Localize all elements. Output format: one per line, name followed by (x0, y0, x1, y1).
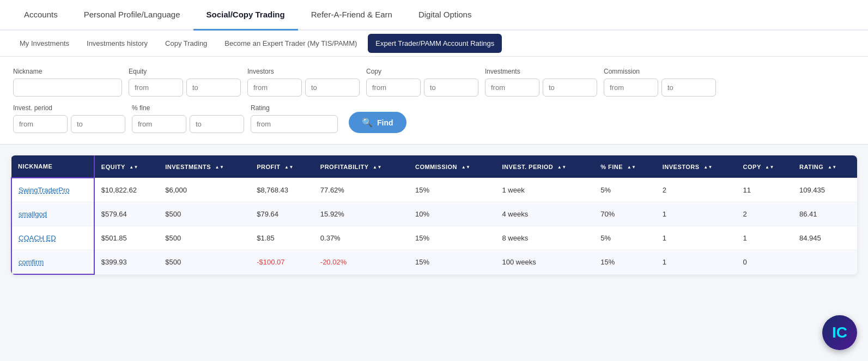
cell-investors: 1 (656, 250, 737, 275)
cell-percent-fine: 70% (594, 202, 656, 226)
cell-percent-fine: 5% (594, 226, 656, 250)
filter-section: Nickname Equity Investors Copy (0, 57, 868, 145)
col-percent-fine[interactable]: % FINE ▲▼ (594, 155, 656, 178)
cell-copy: 2 (737, 202, 793, 226)
cell-invest-period: 1 week (495, 178, 594, 202)
filter-investments-group: Investments (485, 68, 597, 97)
cell-commission: 15% (409, 178, 496, 202)
sort-investors-icon: ▲▼ (703, 165, 713, 170)
cell-investments: $500 (159, 202, 250, 226)
cell-invest-period: 100 weeks (495, 250, 594, 275)
subnav-investments-history[interactable]: Investments history (78, 32, 156, 55)
cell-profit: $8,768.43 (250, 178, 314, 202)
cell-rating (793, 250, 857, 275)
cell-profit: $1.85 (250, 226, 314, 250)
cell-investments: $500 (159, 250, 250, 275)
cell-percent-fine: 15% (594, 250, 656, 275)
subnav-become-expert[interactable]: Become an Expert Trader (My TIS/PAMM) (216, 32, 366, 55)
top-nav: Accounts Personal Profile/Language Socia… (0, 0, 868, 31)
search-icon: 🔍 (362, 117, 373, 128)
top-nav-social[interactable]: Social/Copy Trading (193, 0, 298, 31)
equity-to-input[interactable] (186, 79, 241, 97)
table-row: SwingTraderPro $10,822.62 $6,000 $8,768.… (11, 178, 857, 202)
col-copy[interactable]: COPY ▲▼ (737, 155, 793, 178)
cell-copy: 1 (737, 226, 793, 250)
sort-equity-icon: ▲▼ (129, 165, 138, 170)
equity-from-input[interactable] (129, 79, 183, 97)
cell-equity: $501.85 (94, 226, 159, 250)
col-investors[interactable]: INVESTORS ▲▼ (656, 155, 737, 178)
find-button-label: Find (377, 118, 393, 127)
cell-percent-fine: 5% (594, 178, 656, 202)
sort-commission-icon: ▲▼ (462, 165, 471, 170)
cell-rating: 84.945 (793, 226, 857, 250)
filter-percent-fine-label: % fine (132, 104, 244, 112)
copy-to-input[interactable] (424, 79, 478, 97)
find-button[interactable]: 🔍 Find (349, 112, 406, 133)
subnav-ratings[interactable]: Expert Trader/PAMM Account Ratings (368, 34, 502, 53)
sort-copy-icon: ▲▼ (765, 165, 774, 170)
sort-invest-period-icon: ▲▼ (557, 165, 567, 170)
nickname-input[interactable] (13, 79, 122, 97)
cell-equity: $579.64 (94, 202, 159, 226)
filter-invest-period-group: Invest. period (13, 104, 125, 133)
cell-investments: $500 (159, 226, 250, 250)
col-investments[interactable]: INVESTMENTS ▲▼ (159, 155, 250, 178)
col-invest-period[interactable]: INVEST. PERIOD ▲▼ (495, 155, 594, 178)
cell-invest-period: 4 weeks (495, 202, 594, 226)
sub-nav: My Investments Investments history Copy … (0, 31, 868, 57)
cell-copy: 11 (737, 178, 793, 202)
cell-commission: 10% (409, 202, 496, 226)
filter-nickname-group: Nickname (13, 68, 122, 97)
top-nav-refer[interactable]: Refer-A-Friend & Earn (298, 0, 405, 31)
investments-from-input[interactable] (485, 79, 539, 97)
col-profit[interactable]: PROFIT ▲▼ (250, 155, 314, 178)
percent-fine-to-input[interactable] (190, 115, 244, 133)
cell-investors: 2 (656, 178, 737, 202)
cell-rating: 86.41 (793, 202, 857, 226)
ratings-table: NICKNAME EQUITY ▲▼ INVESTMENTS ▲▼ PROFIT… (11, 155, 857, 275)
col-commission[interactable]: COMMISSION ▲▼ (409, 155, 496, 178)
cell-profitability: 0.37% (314, 226, 409, 250)
col-profitability[interactable]: PROFITABILITY ▲▼ (314, 155, 409, 178)
trader-name-link[interactable]: COACH ED (19, 234, 56, 242)
filter-investments-label: Investments (485, 68, 597, 75)
col-nickname[interactable]: NICKNAME (11, 155, 94, 178)
table-wrapper: NICKNAME EQUITY ▲▼ INVESTMENTS ▲▼ PROFIT… (11, 155, 857, 275)
filter-commission-group: Commission (604, 68, 716, 97)
cell-profitability: -20.02% (314, 250, 409, 275)
investments-to-input[interactable] (543, 79, 597, 97)
invest-period-from-input[interactable] (13, 115, 68, 133)
top-nav-accounts[interactable]: Accounts (11, 0, 71, 31)
subnav-copy-trading[interactable]: Copy Trading (156, 32, 216, 55)
top-nav-digital[interactable]: Digital Options (405, 0, 485, 31)
rating-from-input[interactable] (251, 115, 338, 133)
commission-to-input[interactable] (661, 79, 716, 97)
copy-from-input[interactable] (366, 79, 421, 97)
cell-commission: 15% (409, 226, 496, 250)
cell-nickname: SwingTraderPro (11, 178, 94, 202)
invest-period-to-input[interactable] (71, 115, 125, 133)
cell-commission: 15% (409, 250, 496, 275)
cell-profit: -$100.07 (250, 250, 314, 275)
trader-name-link[interactable]: smallgod (19, 210, 47, 218)
sort-percent-fine-icon: ▲▼ (627, 165, 636, 170)
col-rating[interactable]: RATING ▲▼ (793, 155, 857, 178)
filter-nickname-label: Nickname (13, 68, 122, 75)
commission-from-input[interactable] (604, 79, 658, 97)
cell-investments: $6,000 (159, 178, 250, 202)
subnav-my-investments[interactable]: My Investments (11, 32, 78, 55)
filter-copy-label: Copy (366, 68, 478, 75)
cell-profit: $79.64 (250, 202, 314, 226)
trader-name-link[interactable]: SwingTraderPro (19, 186, 69, 194)
cell-investors: 1 (656, 202, 737, 226)
filter-investors-group: Investors (247, 68, 360, 97)
trader-name-link[interactable]: comfirm (19, 258, 44, 266)
col-equity[interactable]: EQUITY ▲▼ (94, 155, 159, 178)
investors-from-input[interactable] (247, 79, 302, 97)
filter-percent-fine-group: % fine (132, 104, 244, 133)
investors-to-input[interactable] (305, 79, 360, 97)
percent-fine-from-input[interactable] (132, 115, 186, 133)
top-nav-profile[interactable]: Personal Profile/Language (71, 0, 193, 31)
cell-nickname: comfirm (11, 250, 94, 275)
